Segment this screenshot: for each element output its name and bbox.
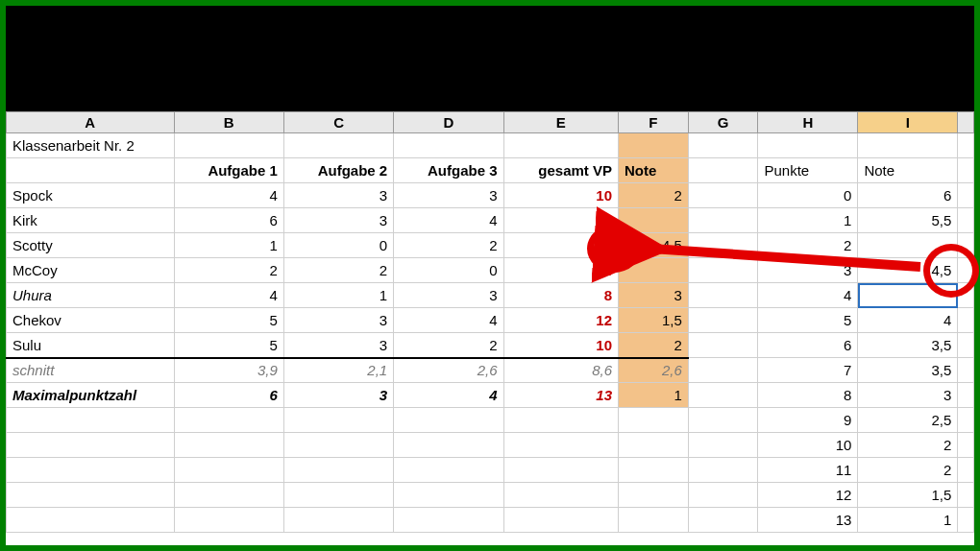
selected-cell[interactable] bbox=[858, 283, 958, 308]
app-frame: A B C D E F G H I Klassenarbeit Nr. 2 Au… bbox=[0, 0, 980, 551]
spreadsheet-area[interactable]: A B C D E F G H I Klassenarbeit Nr. 2 Au… bbox=[6, 111, 974, 533]
row-title[interactable]: Klassenarbeit Nr. 2 bbox=[7, 133, 974, 158]
column-headers[interactable]: A B C D E F G H I bbox=[7, 112, 974, 133]
header-aufgabe2: Aufgabe 2 bbox=[283, 158, 393, 183]
header-note: Note bbox=[619, 158, 689, 183]
tail-row[interactable]: 13 1 bbox=[7, 508, 974, 533]
data-row[interactable]: McCoy 2 2 0 4 3 4,5 bbox=[7, 258, 974, 283]
col-header-C[interactable]: C bbox=[283, 112, 393, 133]
col-header-F[interactable]: F bbox=[619, 112, 689, 133]
col-header-E[interactable]: E bbox=[503, 112, 619, 133]
name-cell[interactable]: Spock bbox=[7, 183, 175, 208]
data-row[interactable]: Uhura 4 1 3 8 3 4 bbox=[7, 283, 974, 308]
title-bar-area bbox=[6, 6, 974, 111]
data-row[interactable]: Spock 4 3 3 10 2 0 6 bbox=[7, 183, 974, 208]
header-punkte: Punkte bbox=[758, 158, 858, 183]
tail-row[interactable]: 10 2 bbox=[7, 433, 974, 458]
data-row[interactable]: Kirk 6 3 4 13 1 5,5 bbox=[7, 208, 974, 233]
col-header-edge bbox=[958, 112, 974, 133]
spreadsheet-grid[interactable]: A B C D E F G H I Klassenarbeit Nr. 2 Au… bbox=[6, 111, 974, 533]
tail-row[interactable]: 11 2 bbox=[7, 458, 974, 483]
data-row[interactable]: Sulu 5 3 2 10 2 6 3,5 bbox=[7, 333, 974, 358]
col-header-B[interactable]: B bbox=[174, 112, 283, 133]
col-header-H[interactable]: H bbox=[758, 112, 858, 133]
data-row[interactable]: Chekov 5 3 4 12 1,5 5 4 bbox=[7, 308, 974, 333]
col-header-G[interactable]: G bbox=[688, 112, 758, 133]
tail-row[interactable]: 9 2,5 bbox=[7, 408, 974, 433]
row-max[interactable]: Maximalpunktzahl 6 3 4 13 1 8 3 bbox=[7, 383, 974, 408]
header-aufgabe3: Aufgabe 3 bbox=[394, 158, 503, 183]
tail-row[interactable]: 12 1,5 bbox=[7, 483, 974, 508]
col-header-I[interactable]: I bbox=[858, 112, 958, 133]
header-aufgabe1: Aufgabe 1 bbox=[174, 158, 283, 183]
header-gesamt-vp: gesamt VP bbox=[503, 158, 619, 183]
col-header-D[interactable]: D bbox=[394, 112, 503, 133]
row-schnitt[interactable]: schnitt 3,9 2,1 2,6 8,6 2,6 7 3,5 bbox=[7, 358, 974, 383]
cell-title[interactable]: Klassenarbeit Nr. 2 bbox=[7, 133, 175, 158]
col-header-A[interactable]: A bbox=[7, 112, 175, 133]
header-note2: Note bbox=[858, 158, 958, 183]
data-row[interactable]: Scotty 1 0 2 3 4,5 2 bbox=[7, 233, 974, 258]
row-headers[interactable]: Aufgabe 1 Aufgabe 2 Aufgabe 3 gesamt VP … bbox=[7, 158, 974, 183]
